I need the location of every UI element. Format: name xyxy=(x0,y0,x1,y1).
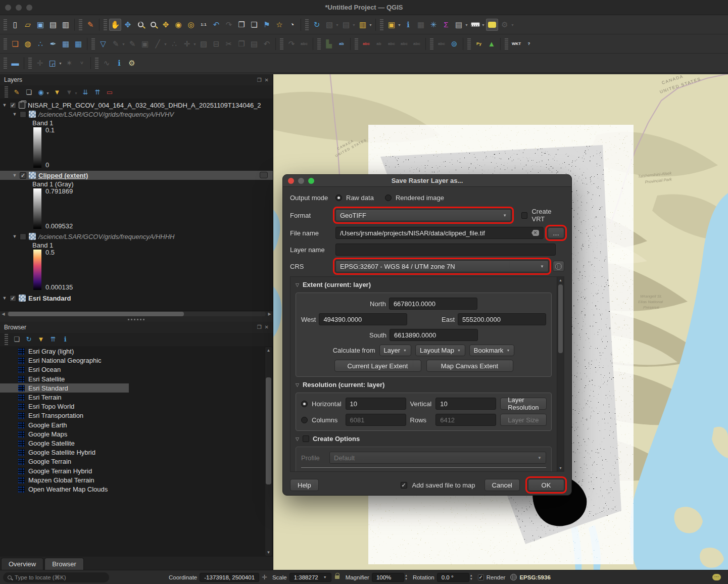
browser-item[interactable]: Google Satellite Hybrid xyxy=(0,448,273,457)
browser-item[interactable]: Google Maps xyxy=(0,429,273,439)
toolbar-grip[interactable] xyxy=(4,38,7,50)
layers-horizontal-scrollbar[interactable]: ◀ ▶ xyxy=(0,311,273,317)
field-calculator-icon[interactable]: ▦ xyxy=(415,19,427,31)
layer-styling-icon[interactable]: ✎ xyxy=(12,87,22,97)
temporal-controller-icon[interactable]: ◔ xyxy=(286,19,298,31)
style-manager-icon[interactable]: ✎ xyxy=(84,19,96,31)
help-button[interactable]: Help xyxy=(290,479,319,491)
crs-combo[interactable]: EPSG:32607 - WGS 84 / UTM zone 7N ▼ xyxy=(335,260,549,272)
layer-row-basemap[interactable]: ▼ ✓ Esri Standard xyxy=(2,294,273,303)
layer-diagram-icon[interactable]: ▙ xyxy=(323,38,335,50)
layer-name-input[interactable] xyxy=(335,244,556,256)
add-star-icon[interactable]: ✶ xyxy=(63,57,75,69)
delete-selected-icon[interactable]: ⊟ xyxy=(210,38,222,50)
new-spatial-bookmark-icon[interactable]: ⚑ xyxy=(261,19,273,31)
select-by-value-icon[interactable]: ▤▼ xyxy=(340,19,352,31)
zoom-to-selection-icon[interactable]: ◉ xyxy=(172,19,184,31)
float-panel-icon[interactable]: ❐ xyxy=(257,324,262,330)
cancel-button[interactable]: Cancel xyxy=(484,479,520,491)
filter-legend-icon[interactable]: ▼ xyxy=(52,87,62,97)
browser-item[interactable]: Open Weather Map Clouds xyxy=(0,484,273,494)
toolbar-grip[interactable] xyxy=(305,19,309,30)
scroll-down-icon[interactable]: ▼ xyxy=(265,549,272,556)
horizontal-radio[interactable] xyxy=(301,401,308,407)
pan-to-selection-icon[interactable]: ✥ xyxy=(122,19,134,31)
rendered-image-label[interactable]: Rendered image xyxy=(396,194,444,202)
toolbar-grip[interactable] xyxy=(95,58,99,69)
render-checkbox[interactable]: ✓ xyxy=(478,574,484,580)
add-record-icon[interactable]: ∴ xyxy=(168,38,180,50)
calc-layer-button[interactable]: Layer▼ xyxy=(379,345,411,356)
zoom-out-icon[interactable]: – xyxy=(147,19,159,31)
add-mesh-layer-icon[interactable]: ▽ xyxy=(97,38,109,50)
toolbar-grip[interactable] xyxy=(317,38,321,50)
measure-icon[interactable]: ▼ xyxy=(469,19,481,31)
identify-features-icon[interactable]: ℹ xyxy=(402,19,414,31)
add-spatialite-layer-icon[interactable]: ✒ xyxy=(47,38,59,50)
show-hidden-labels-icon[interactable]: abc xyxy=(385,38,398,50)
tab-browser[interactable]: Browser xyxy=(44,558,84,570)
pin-labels-icon[interactable]: ab xyxy=(335,38,348,50)
snapping-icon[interactable]: ✛ xyxy=(34,57,46,69)
lock-scale-icon[interactable] xyxy=(335,575,339,579)
toolbar-grip[interactable] xyxy=(380,19,383,30)
collapse-arrow-icon[interactable]: ▼ xyxy=(12,234,17,239)
current-layer-extent-button[interactable]: Current Layer Extent xyxy=(334,360,421,372)
select-features-icon[interactable]: ▧▼ xyxy=(323,19,335,31)
toolbar-grip[interactable] xyxy=(79,19,82,30)
toolbar-grip[interactable] xyxy=(104,19,107,30)
rendered-image-radio[interactable] xyxy=(385,194,392,201)
spinner-icons[interactable]: ▲▼ xyxy=(470,574,473,580)
collapse-arrow-icon[interactable]: ▼ xyxy=(2,103,7,108)
browser-item[interactable]: Google Earth xyxy=(0,420,273,429)
layer-row-clipped[interactable]: ▼ ✓ Clipped (extent) xyxy=(0,171,273,180)
east-field[interactable]: 555200.0000 xyxy=(458,313,546,325)
expand-all-icon[interactable]: ⇊ xyxy=(80,87,90,97)
python-console-icon[interactable]: Py xyxy=(473,38,485,50)
locator-search-input[interactable]: Type to locate (⌘K) xyxy=(3,572,109,582)
crs-globe-icon[interactable] xyxy=(510,574,517,580)
collapse-triangle-icon[interactable]: ▽ xyxy=(296,282,299,287)
clear-text-icon[interactable]: ✕ xyxy=(531,230,539,236)
refresh-map-icon[interactable]: ↻ xyxy=(311,19,323,31)
scale-combo[interactable]: 1:388272 ▼ xyxy=(289,573,331,582)
add-saved-file-checkbox[interactable]: ✓ xyxy=(401,482,407,489)
map-canvas-extent-button[interactable]: Map Canvas Extent xyxy=(426,360,513,372)
toolbar-grip[interactable] xyxy=(355,38,358,50)
browser-item[interactable]: Esri Terrain xyxy=(0,393,273,402)
browser-item[interactable]: Esri National Geographic xyxy=(0,356,273,365)
spinner-icons[interactable]: ▲▼ xyxy=(405,574,408,580)
dialog-minimize-icon[interactable] xyxy=(298,178,304,184)
select-crs-button[interactable] xyxy=(553,261,564,272)
create-vrt-checkbox[interactable] xyxy=(521,212,527,219)
float-panel-icon[interactable]: ❐ xyxy=(257,77,262,83)
toolbar-grip[interactable] xyxy=(4,58,7,69)
layer-row-root[interactable]: ▼ ✓ NISAR_L2_PR_GCOV_004_164_A_032_4005_… xyxy=(2,101,273,110)
layer-labeling-icon[interactable]: abc xyxy=(298,38,310,50)
scroll-right-icon[interactable]: ▶ xyxy=(266,312,273,316)
collapse-triangle-icon[interactable]: ▽ xyxy=(296,382,299,387)
new-print-layout-icon[interactable]: ▤ xyxy=(47,19,59,31)
layer-checkbox[interactable]: ✓ xyxy=(10,295,16,302)
profile-combo[interactable]: Default ▼ xyxy=(329,452,546,464)
toolbar-grip[interactable] xyxy=(4,19,7,30)
scroll-down-icon[interactable]: ▼ xyxy=(557,465,564,471)
show-bookmarks-icon[interactable]: ☆ xyxy=(273,19,285,31)
toggle-editing-icon[interactable]: ✎ xyxy=(126,38,138,50)
west-field[interactable]: 494390.0000 xyxy=(319,313,407,325)
data-source-manager-icon[interactable]: ❏ xyxy=(9,38,21,50)
columns-radio[interactable] xyxy=(301,417,308,423)
filter-expression-icon[interactable]: ▼▼ xyxy=(64,87,74,97)
new-3d-map-view-icon[interactable]: ❏ xyxy=(248,19,260,31)
cut-features-icon[interactable]: ✂ xyxy=(223,38,235,50)
traffic-lights[interactable] xyxy=(5,5,32,11)
redo-icon[interactable]: ↷ xyxy=(285,38,298,50)
add-postgis-layer-icon[interactable]: ▦ xyxy=(60,38,72,50)
collapse-browser-icon[interactable]: ⇈ xyxy=(48,334,58,345)
close-panel-icon[interactable]: ✕ xyxy=(265,77,269,83)
add-selected-layer-icon[interactable]: ❏ xyxy=(12,334,22,345)
toolbar-grip[interactable] xyxy=(467,38,471,50)
new-project-icon[interactable]: ▯ xyxy=(9,19,21,31)
add-vector-layer-icon[interactable]: ∴ xyxy=(34,38,46,50)
south-field[interactable]: 6613890.0000 xyxy=(390,329,478,341)
